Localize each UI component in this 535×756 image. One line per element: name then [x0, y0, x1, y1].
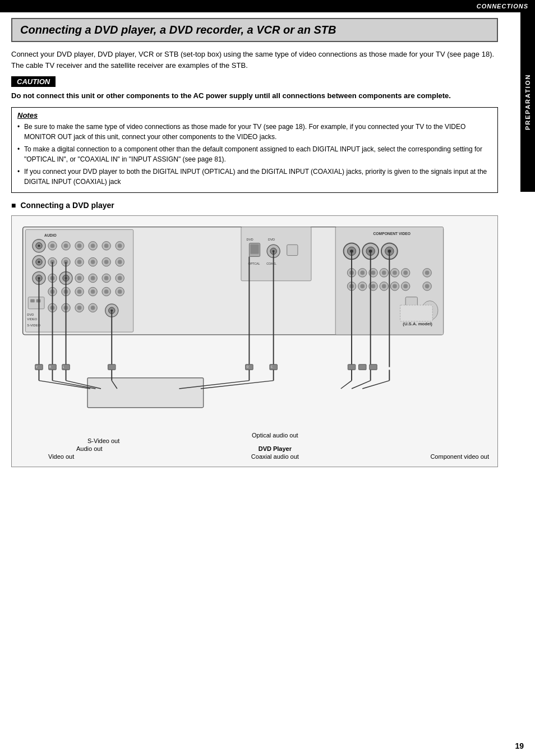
svg-line-175: [362, 380, 389, 388]
s-video-out-label: S-Video out: [87, 437, 119, 444]
caution-label: CAUTION: [11, 76, 56, 87]
svg-text:AUDIO: AUDIO: [44, 233, 57, 237]
svg-point-71: [77, 289, 82, 294]
svg-text:DVD: DVD: [247, 237, 253, 241]
page-title: Connecting a DVD player, a DVD recorder,…: [11, 18, 498, 42]
svg-point-11: [77, 243, 82, 248]
page-number: 19: [515, 741, 524, 750]
svg-text:COMPONENT VIDEO: COMPONENT VIDEO: [373, 232, 410, 236]
video-out-label: Video out: [48, 453, 119, 460]
svg-point-77: [118, 289, 122, 294]
notes-section: Notes Be sure to make the same type of v…: [11, 107, 498, 193]
diagram-container: AUDIO: [11, 215, 498, 467]
svg-text:(U.S.A. model): (U.S.A. model): [403, 321, 432, 326]
dvd-player-label: DVD Player: [259, 445, 292, 452]
top-bar: CONNECTIONS: [0, 0, 535, 12]
svg-point-20: [38, 261, 40, 263]
svg-point-108: [382, 270, 386, 275]
svg-rect-154: [348, 364, 355, 370]
svg-point-106: [371, 270, 376, 275]
svg-rect-83: [250, 244, 259, 253]
main-content: Connecting a DVD player, a DVD recorder,…: [0, 12, 520, 484]
component-video-out-label: Component video out: [430, 453, 489, 460]
svg-rect-155: [359, 364, 366, 370]
svg-point-118: [360, 284, 365, 288]
svg-point-104: [360, 270, 365, 275]
svg-rect-156: [370, 364, 377, 370]
audio-out-label: Audio out: [76, 445, 119, 452]
connection-diagram: AUDIO: [17, 222, 492, 426]
optical-audio-out-label: Optical audio out: [251, 432, 299, 439]
svg-point-44: [91, 276, 95, 280]
svg-point-126: [403, 284, 408, 288]
sidebar-preparation-label: PREPARATION: [520, 12, 535, 192]
coaxial-audio-out-label: Coaxial audio out: [251, 453, 299, 460]
svg-point-114: [425, 270, 430, 275]
svg-text:C: C: [271, 366, 273, 368]
svg-rect-52: [28, 297, 44, 308]
svg-point-110: [393, 270, 397, 275]
svg-point-124: [393, 284, 397, 288]
svg-text:L: L: [63, 366, 64, 368]
svg-rect-53: [30, 299, 35, 302]
svg-point-112: [403, 270, 408, 275]
svg-rect-149: [108, 364, 116, 370]
caution-box: CAUTION Do not connect this unit or othe…: [11, 76, 498, 102]
svg-rect-133: [400, 305, 433, 321]
svg-text:DVD: DVD: [268, 237, 275, 241]
svg-point-17: [118, 243, 122, 248]
note-item-3: If you connect your DVD player to both t…: [17, 167, 492, 187]
svg-point-65: [91, 305, 95, 310]
caution-text: Do not connect this unit or other compon…: [11, 90, 498, 102]
intro-paragraph: Connect your DVD player, DVD player, VCR…: [11, 49, 498, 71]
svg-text:DVD: DVD: [27, 313, 34, 316]
note-item-2: To make a digital connection to a compon…: [17, 144, 492, 164]
svg-text:COAXL: COAXL: [266, 261, 276, 265]
notes-list: Be sure to make the same type of video c…: [17, 122, 492, 187]
svg-point-26: [77, 260, 82, 264]
svg-point-15: [104, 243, 109, 248]
svg-text:OPTCAL: OPTCAL: [248, 261, 260, 265]
svg-point-120: [371, 284, 376, 288]
svg-point-28: [91, 260, 95, 264]
notes-label: Notes: [17, 111, 492, 119]
svg-text:O: O: [247, 366, 249, 368]
svg-point-30: [104, 260, 109, 264]
svg-text:VIDEO: VIDEO: [27, 317, 37, 320]
svg-point-122: [382, 284, 386, 288]
svg-point-75: [104, 289, 109, 294]
note-item-1: Be sure to make the same type of video c…: [17, 122, 492, 142]
svg-text:R: R: [49, 366, 52, 368]
section-label: CONNECTIONS: [477, 3, 528, 10]
svg-point-7: [50, 243, 55, 248]
svg-point-42: [77, 276, 82, 280]
svg-point-5: [38, 245, 40, 247]
svg-point-73: [91, 289, 95, 294]
svg-point-48: [118, 276, 122, 280]
svg-rect-87: [287, 245, 298, 255]
svg-point-32: [118, 260, 122, 264]
svg-point-46: [104, 276, 109, 280]
svg-point-9: [64, 243, 68, 248]
svg-point-63: [77, 305, 82, 310]
section-heading: Connecting a DVD player: [11, 201, 498, 210]
svg-line-173: [341, 380, 352, 388]
svg-rect-157: [87, 377, 204, 407]
svg-point-13: [91, 243, 95, 248]
svg-point-128: [425, 284, 430, 288]
